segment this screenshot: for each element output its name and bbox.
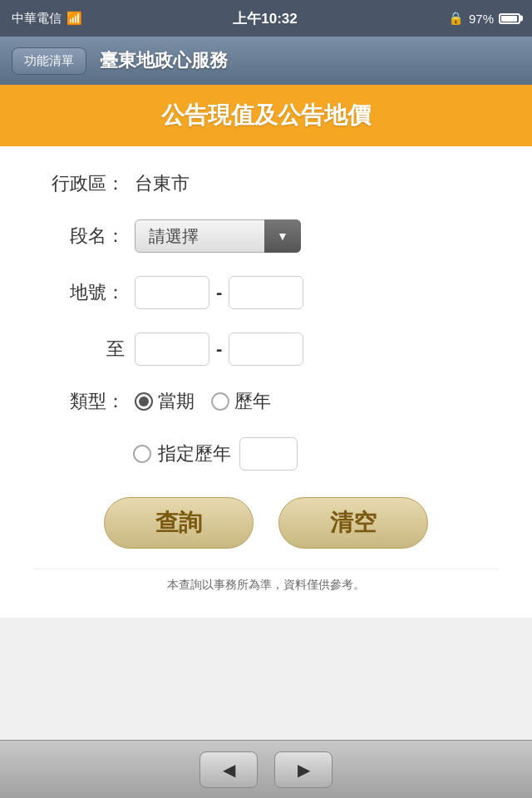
lot-to-row: 至 - bbox=[33, 332, 499, 366]
lot-label: 地號： bbox=[33, 280, 125, 305]
button-row: 查詢 清空 bbox=[33, 497, 499, 549]
bottom-bar: ◀ ▶ bbox=[0, 740, 532, 798]
lot-to-label: 至 bbox=[33, 337, 125, 362]
type-current-label: 當期 bbox=[158, 389, 195, 414]
status-right: 🔒 97% bbox=[448, 11, 520, 26]
status-time: 上午10:32 bbox=[233, 9, 297, 28]
lot-to-dash-separator: - bbox=[216, 338, 222, 360]
forward-icon: ▶ bbox=[298, 760, 310, 780]
status-left: 中華電信 📶 bbox=[12, 11, 82, 27]
back-button[interactable]: ◀ bbox=[200, 751, 258, 788]
district-value: 台東市 bbox=[135, 171, 190, 196]
battery-fill bbox=[501, 16, 517, 22]
type-row: 類型： 當期 歷年 bbox=[33, 389, 499, 414]
clear-button[interactable]: 清空 bbox=[278, 497, 428, 549]
specify-row: 指定歷年 bbox=[33, 437, 499, 470]
main-content: 行政區： 台東市 段名： 請選擇 地號： - 至 - 類型 bbox=[0, 146, 532, 618]
lot-to-input-2[interactable] bbox=[229, 332, 303, 366]
nav-title: 臺東地政心服務 bbox=[100, 48, 228, 73]
lot-from-input-2[interactable] bbox=[229, 276, 303, 309]
menu-button[interactable]: 功能清單 bbox=[12, 47, 86, 75]
type-historical-radio[interactable] bbox=[211, 392, 229, 411]
type-historical-option[interactable]: 歷年 bbox=[211, 389, 271, 414]
to-text: 至 bbox=[106, 338, 125, 359]
specify-year-label: 指定歷年 bbox=[158, 441, 231, 466]
section-row: 段名： 請選擇 bbox=[33, 219, 499, 253]
type-current-radio[interactable] bbox=[135, 392, 153, 411]
carrier-text: 中華電信 bbox=[12, 11, 62, 27]
status-bar: 中華電信 📶 上午10:32 🔒 97% bbox=[0, 0, 532, 37]
type-current-option[interactable]: 當期 bbox=[135, 389, 195, 414]
lot-dash-separator: - bbox=[216, 282, 222, 303]
query-button[interactable]: 查詢 bbox=[104, 497, 254, 549]
lock-icon: 🔒 bbox=[448, 11, 464, 26]
nav-bar: 功能清單 臺東地政心服務 bbox=[0, 37, 532, 85]
specify-year-option[interactable]: 指定歷年 bbox=[133, 441, 231, 466]
lot-from-inputs: - bbox=[135, 276, 303, 309]
wifi-icon: 📶 bbox=[66, 11, 82, 26]
specify-year-input[interactable] bbox=[239, 437, 298, 470]
footer-note: 本查詢以事務所為準，資料僅供參考。 bbox=[33, 569, 499, 601]
battery-percent: 97% bbox=[469, 12, 494, 26]
section-select[interactable]: 請選擇 bbox=[135, 219, 301, 253]
page-header: 公告現值及公告地價 bbox=[0, 85, 532, 146]
lot-to-inputs: - bbox=[135, 332, 303, 366]
lot-to-input-1[interactable] bbox=[135, 332, 209, 366]
forward-button[interactable]: ▶ bbox=[274, 751, 332, 788]
lot-from-input-1[interactable] bbox=[135, 276, 209, 309]
district-row: 行政區： 台東市 bbox=[33, 171, 499, 196]
back-icon: ◀ bbox=[223, 760, 235, 780]
type-radio-group: 當期 歷年 bbox=[135, 389, 271, 414]
specify-year-radio[interactable] bbox=[133, 445, 151, 463]
battery-icon bbox=[499, 13, 520, 24]
type-label: 類型： bbox=[33, 389, 125, 414]
lot-from-row: 地號： - bbox=[33, 276, 499, 309]
section-label: 段名： bbox=[33, 224, 125, 249]
page-title: 公告現值及公告地價 bbox=[17, 100, 515, 131]
district-label: 行政區： bbox=[33, 171, 125, 196]
type-historical-label: 歷年 bbox=[234, 389, 271, 414]
section-dropdown-wrapper: 請選擇 bbox=[135, 219, 301, 253]
